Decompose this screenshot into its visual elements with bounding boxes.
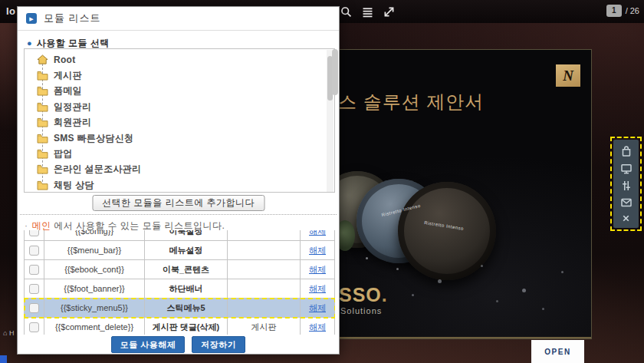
page-indicator: 1 / 26	[606, 5, 639, 17]
tree-item[interactable]: SMS 빠른상담신청	[25, 130, 334, 146]
home-breadcrumb[interactable]: ⌂ H	[3, 329, 14, 337]
release-link[interactable]: 해제	[309, 265, 326, 274]
row-checkbox[interactable]	[29, 322, 39, 332]
folder-icon	[37, 149, 48, 159]
save-button[interactable]: 저장하기	[192, 336, 245, 353]
tree-item[interactable]: 폼메일	[25, 84, 334, 99]
bullet-icon: ●	[27, 39, 32, 48]
search-icon[interactable]	[340, 5, 353, 18]
ebook-viewer-screen: lo 1 / 26 스 솔루션 제안서 N Ristretto Intenso …	[0, 0, 644, 363]
list-icon[interactable]	[361, 5, 374, 18]
shopping-bag-icon[interactable]	[619, 144, 633, 158]
row-checkbox[interactable]	[29, 303, 39, 313]
release-link[interactable]: 해제	[309, 246, 326, 255]
release-link[interactable]: 해제	[309, 230, 326, 236]
current-page-badge[interactable]: 1	[606, 5, 622, 17]
envelope-icon[interactable]	[619, 196, 633, 210]
tree-item[interactable]: 채팅 상담	[25, 177, 334, 193]
corner-chip-icon	[0, 355, 7, 363]
module-table-container: {{$config}} 이북설정 해제 {{$menu_bar}} 메뉴설정 해…	[24, 230, 335, 335]
open-button[interactable]: OPEN	[531, 340, 584, 363]
module-list-modal: ▶ 모듈 리스트 ● 사용할 모듈 선택 Root 게시판 폼메일	[17, 6, 340, 355]
tree-item-root[interactable]: Root	[25, 52, 334, 68]
row-checkbox[interactable]	[29, 265, 39, 275]
add-modules-button[interactable]: 선택한 모듈을 리스트에 추가합니다	[92, 195, 264, 211]
folder-icon	[37, 102, 48, 112]
sliders-icon[interactable]	[619, 179, 633, 193]
monitor-icon[interactable]	[619, 162, 633, 176]
modal-header: ▶ 모듈 리스트	[18, 7, 339, 31]
module-tree-box: Root 게시판 폼메일 일정관리 회원관리	[24, 48, 335, 193]
tree-item[interactable]: 팝업	[25, 146, 334, 161]
nespresso-wordmark: SSO.	[339, 284, 388, 306]
row-checkbox[interactable]	[29, 230, 39, 236]
table-row[interactable]: {{$comment_delete}} 게시판 댓글(삭제) 게시판 해제	[25, 318, 335, 335]
folder-icon	[37, 164, 48, 174]
arrow-bullet-icon: ▶	[26, 13, 37, 24]
folder-icon	[37, 134, 48, 144]
modal-title: 모듈 리스트	[44, 12, 101, 25]
water-drops	[366, 257, 368, 259]
table-row-selected[interactable]: {{$sticky_menu5}} 스틱메뉴5 해제	[25, 299, 335, 318]
release-link[interactable]: 해제	[309, 303, 326, 312]
side-toolbar	[613, 140, 639, 228]
nespresso-n-logo: N	[556, 64, 580, 87]
folder-icon	[37, 86, 48, 96]
table-row[interactable]: {{$ebook_cont}} 이북_콘텐츠 해제	[25, 260, 335, 279]
table-row[interactable]: {{$config}} 이북설정 해제	[25, 230, 335, 241]
release-link[interactable]: 해제	[309, 322, 326, 332]
table-row[interactable]: {{$menu_bar}} 메뉴설정 해제	[25, 241, 335, 260]
caption-highlight: 메인	[32, 220, 51, 231]
coffee-capsule	[398, 182, 496, 280]
tree-item[interactable]: 회원관리	[25, 115, 334, 130]
folder-icon	[37, 180, 48, 190]
table-row[interactable]: {{$foot_banner}} 하단배너 해제	[25, 279, 335, 299]
close-icon[interactable]	[621, 213, 631, 223]
release-modules-button[interactable]: 모듈 사용해제	[111, 336, 186, 353]
folder-icon	[37, 117, 48, 127]
total-pages-label: / 26	[626, 6, 639, 15]
release-link[interactable]: 해제	[309, 284, 326, 293]
slide-title: 스 솔루션 제안서	[338, 90, 484, 114]
row-checkbox[interactable]	[29, 284, 39, 294]
dotted-divider	[20, 214, 337, 215]
fullscreen-icon[interactable]	[383, 5, 396, 18]
folder-icon	[37, 71, 48, 81]
row-checkbox[interactable]	[29, 246, 39, 256]
tree-item[interactable]: 일정관리	[25, 99, 334, 114]
home-icon	[37, 54, 48, 65]
viewer-logo: lo	[6, 5, 16, 17]
module-table: {{$config}} 이북설정 해제 {{$menu_bar}} 메뉴설정 해…	[24, 230, 335, 335]
tree-item[interactable]: 온라인 설문조사관리	[25, 162, 334, 177]
modal-scrollbar-thumb[interactable]	[332, 49, 338, 95]
tree-item[interactable]: 게시판	[25, 68, 334, 83]
brand-subtext: Solutions	[340, 306, 382, 315]
side-toolbar-selection	[610, 137, 642, 231]
modal-footer: 모듈 사용해제 저장하기	[18, 336, 339, 353]
